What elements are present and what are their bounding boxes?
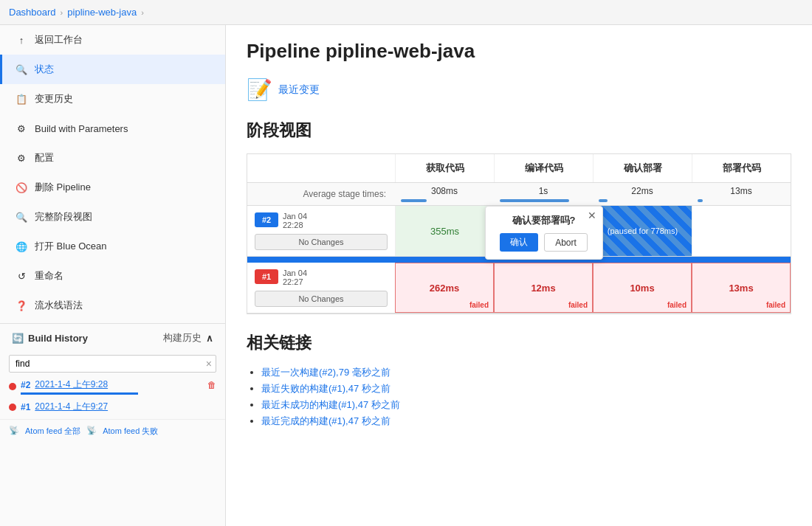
sidebar-item-full-stage[interactable]: 🔍 完整阶段视图 (0, 202, 225, 232)
avg-label: Average stage times: (247, 184, 395, 204)
build-row-2: #2 Jan 04 22:28 No Changes 355ms ✕ (247, 206, 791, 257)
sidebar-item-rename[interactable]: ↺ 重命名 (0, 261, 225, 291)
sidebar-item-syntax[interactable]: ❓ 流水线语法 (0, 291, 225, 320)
no-changes-1: No Changes (255, 291, 388, 307)
sidebar-icon-rename: ↺ (14, 269, 29, 283)
sidebar-label-full-stage: 完整阶段视图 (35, 210, 92, 224)
related-link[interactable]: 最近未成功的构建(#1),47 秒之前 (261, 399, 400, 410)
failed-label-1-1: failed (568, 301, 588, 309)
stage-cell-2-1: ✕ 确认要部署吗? 确认 Abort (494, 206, 593, 256)
sidebar-item-status[interactable]: 🔍 状态 (0, 55, 225, 84)
failed-label-1-0: failed (469, 301, 489, 309)
build-history-icon: 🔄 (12, 333, 24, 344)
breadcrumb-project[interactable]: pipline-web-java (67, 7, 137, 18)
build-search-input[interactable]: find (9, 355, 216, 373)
avg-cell-0: 308ms (395, 183, 494, 205)
breadcrumb-sep1: › (61, 8, 63, 17)
popup-buttons: 确认 Abort (496, 233, 592, 252)
stage-cell-1-3: 13ms failed (692, 263, 791, 313)
stage-header-2: 确认部署 (593, 154, 692, 182)
sidebar-icon-full-stage: 🔍 (14, 210, 29, 224)
confirm-popup: ✕ 确认要部署吗? 确认 Abort (485, 206, 603, 260)
sidebar-label-blue-ocean: 打开 Blue Ocean (35, 240, 107, 253)
related-links: 最近一次构建(#2),79 毫秒之前最近失败的构建(#1),47 秒之前最近未成… (247, 366, 791, 428)
stage-view-title: 阶段视图 (247, 120, 791, 142)
related-link-item: 最近一次构建(#2),79 毫秒之前 (261, 366, 791, 379)
stage-header-3: 部署代码 (692, 154, 791, 182)
atom-feed-all[interactable]: Atom feed 全部 (25, 426, 80, 437)
sidebar: ↑ 返回工作台 🔍 状态 📋 变更历史 ⚙ Build with Paramet… (0, 25, 226, 526)
related-link[interactable]: 最近失败的构建(#1),47 秒之前 (261, 383, 390, 394)
stage-time-2-0: 355ms (430, 226, 459, 237)
sidebar-icon-status: 🔍 (14, 62, 29, 77)
sidebar-item-history[interactable]: 📋 变更历史 (0, 84, 225, 114)
build-time-link[interactable]: 2021-1-4 上午9:28 (35, 378, 108, 391)
stage-time-1-2: 10ms (630, 283, 654, 294)
stage-cell-2-3 (692, 206, 791, 256)
sidebar-item-delete[interactable]: 🚫 删除 Pipeline (0, 173, 225, 202)
stage-cell-1-0: 262ms failed (395, 263, 494, 313)
build-search-container: find × (9, 355, 216, 373)
build-row-1: #1 Jan 04 22:27 No Changes 262ms failed … (247, 263, 791, 314)
build-progress-bar (21, 392, 138, 395)
sidebar-label-status: 状态 (35, 63, 54, 76)
stage-header-row: 获取代码 编译代码 确认部署 部署代码 (247, 154, 791, 183)
build-history-label-zh: 构建历史 (163, 331, 202, 345)
build-status-dot (9, 383, 16, 390)
sidebar-label-history: 变更历史 (35, 92, 73, 105)
build-time-link[interactable]: 2021-1-4 上午9:27 (35, 401, 108, 413)
related-links-title: 相关链接 (247, 332, 791, 354)
breadcrumb: Dashboard › pipline-web-java › (0, 0, 812, 25)
avg-time-0: 308ms (401, 186, 488, 196)
related-link[interactable]: 最近一次构建(#2),79 毫秒之前 (261, 367, 390, 378)
atom-links: 📡 Atom feed 全部 📡 Atom feed 失败 (0, 419, 225, 443)
stage-cell-1-2: 10ms failed (593, 263, 692, 313)
build-time-1: 22:27 (283, 277, 307, 286)
sidebar-item-build-params[interactable]: ⚙ Build with Parameters (0, 114, 225, 143)
main-content: Pipeline pipline-web-java 📝 最近变更 阶段视图 获取… (226, 25, 812, 526)
atom-feed-fail[interactable]: Atom feed 失败 (103, 426, 158, 437)
stage-cell-2-0: 355ms (395, 206, 494, 256)
avg-bar-1 (500, 199, 569, 202)
build-num-link[interactable]: #1 (21, 402, 30, 412)
sidebar-item-blue-ocean[interactable]: 🌐 打开 Blue Ocean (0, 232, 225, 261)
recent-changes-link[interactable]: 最近变更 (278, 83, 320, 97)
build-list-item: #2 2021-1-4 上午9:28 🗑 (0, 376, 225, 398)
page-title: Pipeline pipline-web-java (247, 40, 791, 63)
avg-time-3: 13ms (698, 186, 785, 196)
related-link-item: 最近完成的构建(#1),47 秒之前 (261, 415, 791, 428)
sidebar-icon-build-params: ⚙ (14, 121, 29, 136)
atom-icon1: 📡 (9, 426, 19, 437)
avg-row: Average stage times: 308ms 1s 22ms 13ms (247, 183, 791, 206)
collapse-icon[interactable]: ∧ (206, 333, 213, 344)
build-status-dot (9, 404, 16, 411)
stage-paused-2-2: (paused for 778ms) (608, 226, 678, 235)
breadcrumb-dashboard[interactable]: Dashboard (9, 7, 56, 18)
sidebar-item-back[interactable]: ↑ 返回工作台 (0, 25, 225, 55)
build-badge-1[interactable]: #1 (255, 269, 278, 284)
build-time-2: 22:28 (283, 221, 307, 229)
avg-cell-2: 22ms (593, 183, 692, 205)
related-link[interactable]: 最近完成的构建(#1),47 秒之前 (261, 415, 390, 426)
avg-bar-3 (698, 199, 703, 202)
sidebar-label-build-params: Build with Parameters (35, 123, 128, 134)
recent-changes: 📝 最近变更 (247, 77, 791, 102)
failed-label-1-3: failed (766, 301, 785, 309)
build-badge-2[interactable]: #2 (255, 212, 278, 227)
sidebar-icon-delete: 🚫 (14, 180, 29, 195)
confirm-button[interactable]: 确认 (500, 233, 538, 252)
stage-header-0: 获取代码 (395, 154, 494, 182)
build-date-2: Jan 04 (283, 212, 307, 221)
popup-close-button[interactable]: ✕ (588, 210, 596, 221)
search-clear-button[interactable]: × (206, 358, 212, 370)
abort-button[interactable]: Abort (544, 233, 588, 252)
sidebar-item-config[interactable]: ⚙ 配置 (0, 143, 225, 173)
related-link-item: 最近失败的构建(#1),47 秒之前 (261, 382, 791, 395)
build-date-1: Jan 04 (283, 269, 307, 277)
delete-build-icon[interactable]: 🗑 (207, 380, 216, 390)
avg-time-2: 22ms (599, 186, 686, 196)
sidebar-label-back: 返回工作台 (35, 33, 83, 46)
stage-time-1-3: 13ms (729, 283, 753, 294)
build-num-link[interactable]: #2 (21, 380, 30, 390)
sidebar-icon-blue-ocean: 🌐 (14, 239, 29, 254)
